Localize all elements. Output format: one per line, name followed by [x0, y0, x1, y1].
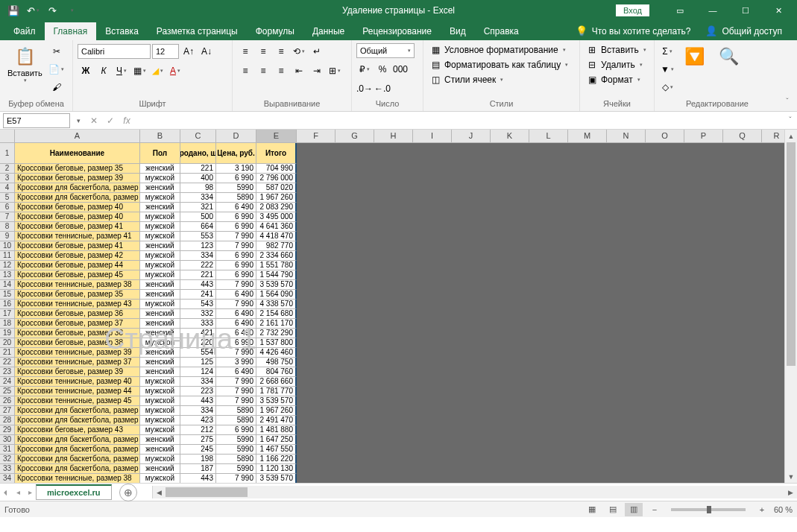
header-cell[interactable]: Цена, руб. [216, 143, 256, 164]
data-cell[interactable]: 804 760 [256, 367, 297, 377]
insert-cells-button[interactable]: ⊞Вставить▾ [585, 43, 648, 57]
data-cell[interactable]: 1 967 260 [256, 406, 297, 416]
data-cell[interactable]: 220 [180, 338, 216, 348]
ribbon-display-icon[interactable]: ▭ [664, 0, 696, 21]
sort-filter-button[interactable]: 🔽 [678, 43, 710, 70]
decrease-font-icon[interactable]: A↓ [198, 43, 215, 60]
data-cell[interactable]: 98 [180, 183, 216, 193]
data-cell[interactable]: 6 990 [216, 425, 256, 435]
data-cell[interactable]: 7 990 [216, 387, 256, 396]
zoom-slider[interactable] [671, 508, 746, 511]
tab-insert[interactable]: Вставка [96, 22, 148, 40]
data-cell[interactable]: 2 796 000 [256, 174, 297, 183]
column-header[interactable]: P [684, 130, 723, 143]
data-cell[interactable]: мужской [140, 416, 180, 425]
data-cell[interactable]: мужской [140, 377, 180, 387]
merge-icon[interactable]: ⊞▾ [327, 63, 343, 79]
decrease-decimal-icon[interactable]: ←.0 [374, 80, 391, 97]
header-cell[interactable]: Итого [256, 143, 297, 164]
data-cell[interactable]: мужской [140, 387, 180, 396]
data-cell[interactable]: 2 161 170 [256, 319, 297, 329]
data-cell[interactable]: 3 539 570 [256, 280, 297, 290]
data-cell[interactable]: 1 544 790 [256, 270, 297, 280]
data-cell[interactable]: Кроссовки беговые, размер 45 [15, 270, 140, 280]
data-cell[interactable]: женский [140, 435, 180, 445]
data-cell[interactable]: 2 732 290 [256, 329, 297, 338]
data-cell[interactable]: мужской [140, 300, 180, 309]
data-cell[interactable]: 5990 [216, 464, 256, 474]
data-cell[interactable]: 275 [180, 435, 216, 445]
row-header[interactable]: 8 [0, 222, 15, 232]
data-cell[interactable]: 3 190 [216, 164, 256, 174]
tab-formulas[interactable]: Формулы [247, 22, 303, 40]
tab-home[interactable]: Главная [45, 22, 97, 40]
horizontal-scrollbar[interactable]: ◀ ▶ [152, 486, 797, 498]
data-cell[interactable]: 3 495 000 [256, 212, 297, 222]
header-cell[interactable]: Наименование [15, 143, 140, 164]
data-cell[interactable]: 5890 [216, 416, 256, 425]
data-cell[interactable]: 6 490 [216, 329, 256, 338]
delete-cells-button[interactable]: ⊟Удалить▾ [585, 58, 648, 72]
column-header[interactable]: Q [723, 130, 762, 143]
row-header[interactable]: 16 [0, 300, 15, 309]
zoom-out-button[interactable]: − [646, 503, 664, 516]
vscroll-thumb[interactable] [787, 142, 796, 366]
data-cell[interactable]: женский [140, 358, 180, 367]
zoom-thumb[interactable] [707, 506, 711, 513]
row-header[interactable]: 6 [0, 203, 15, 212]
data-cell[interactable]: 1 537 800 [256, 338, 297, 348]
column-header[interactable]: O [646, 130, 684, 143]
row-header[interactable]: 17 [0, 309, 15, 319]
data-cell[interactable]: 221 [180, 164, 216, 174]
scroll-up-icon[interactable]: ▲ [785, 130, 797, 142]
data-cell[interactable]: 443 [180, 474, 216, 483]
data-cell[interactable]: женский [140, 367, 180, 377]
data-cell[interactable]: 7 990 [216, 348, 256, 358]
fill-color-icon[interactable]: ◢▾ [149, 63, 166, 79]
sheet-tab[interactable]: microexcel.ru [36, 484, 112, 500]
redo-icon[interactable]: ↷ [43, 2, 61, 19]
scroll-left-icon[interactable]: ◀ [153, 486, 166, 498]
tab-file[interactable]: Файл [4, 22, 45, 40]
row-header[interactable]: 13 [0, 270, 15, 280]
data-cell[interactable]: 1 564 090 [256, 290, 297, 300]
fx-icon[interactable]: fx [119, 113, 134, 128]
data-cell[interactable]: 498 750 [256, 358, 297, 367]
data-cell[interactable]: мужской [140, 270, 180, 280]
data-cell[interactable]: 443 [180, 280, 216, 290]
formula-input[interactable] [137, 113, 784, 128]
data-cell[interactable]: 1 166 220 [256, 455, 297, 464]
header-cell[interactable]: Пол [140, 143, 180, 164]
row-header[interactable]: 29 [0, 425, 15, 435]
align-right-icon[interactable]: ≡ [273, 63, 289, 79]
data-cell[interactable]: 4 418 470 [256, 232, 297, 241]
data-cell[interactable]: 982 770 [256, 241, 297, 251]
column-header[interactable]: L [529, 130, 568, 143]
row-header[interactable]: 33 [0, 464, 15, 474]
scroll-right-icon[interactable]: ▶ [784, 486, 797, 498]
data-cell[interactable]: 1 120 130 [256, 464, 297, 474]
sheet-nav-next-icon[interactable]: ▸ [24, 485, 36, 500]
row-header[interactable]: 25 [0, 387, 15, 396]
enter-icon[interactable]: ✓ [103, 113, 118, 128]
minimize-icon[interactable]: — [697, 0, 728, 21]
save-icon[interactable]: 💾 [4, 2, 22, 19]
add-sheet-button[interactable]: ⊕ [119, 484, 137, 501]
data-cell[interactable]: 5990 [216, 435, 256, 445]
column-header[interactable]: F [297, 130, 336, 143]
row-header[interactable]: 26 [0, 396, 15, 406]
row-header[interactable]: 2 [0, 164, 15, 174]
data-cell[interactable]: 334 [180, 406, 216, 416]
data-cell[interactable]: 704 990 [256, 164, 297, 174]
row-header[interactable]: 9 [0, 232, 15, 241]
data-cell[interactable]: 124 [180, 367, 216, 377]
data-cell[interactable]: 2 491 470 [256, 416, 297, 425]
data-cell[interactable]: 7 990 [216, 280, 256, 290]
data-cell[interactable]: 664 [180, 222, 216, 232]
data-cell[interactable]: Кроссовки беговые, размер 40 [15, 212, 140, 222]
data-cell[interactable]: Кроссовки теннисные, размер 40 [15, 377, 140, 387]
data-cell[interactable]: Кроссовки для баскетбола, размер 43 [15, 193, 140, 203]
data-cell[interactable]: женский [140, 241, 180, 251]
font-name-input[interactable] [78, 44, 151, 59]
increase-font-icon[interactable]: A↑ [180, 43, 197, 60]
